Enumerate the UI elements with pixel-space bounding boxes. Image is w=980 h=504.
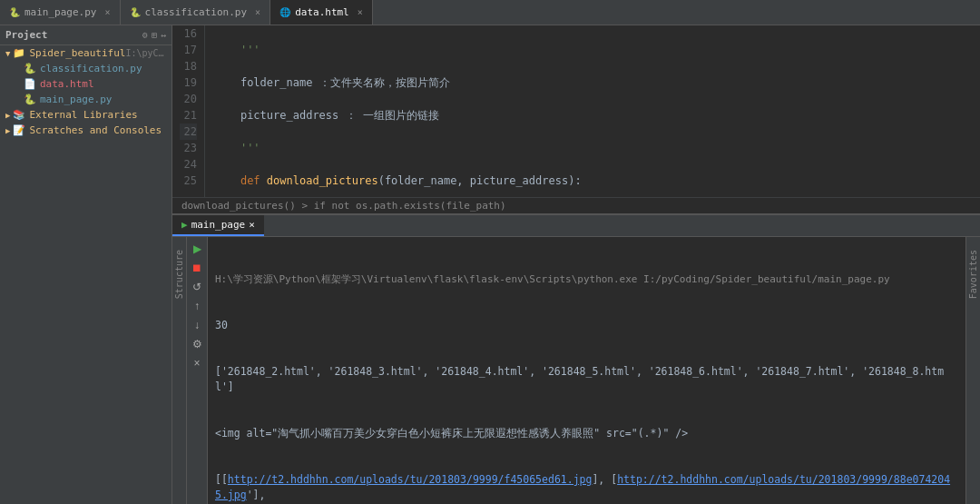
close-run-button[interactable]: × — [189, 355, 205, 371]
editor-area: 16 17 18 19 20 21 22 23 24 25 ''' folder… — [172, 25, 980, 504]
side-tabs: Favorites — [965, 237, 980, 504]
tree-classification[interactable]: 🐍 classification.py — [0, 61, 172, 76]
code-line-16: ''' — [214, 42, 971, 58]
code-editor[interactable]: 16 17 18 19 20 21 22 23 24 25 ''' folder… — [172, 25, 980, 197]
close-tab-data-html[interactable]: × — [358, 7, 363, 17]
breadcrumb: download_pictures() > if not os.path.exi… — [172, 197, 980, 213]
sidebar-icons: ⚙ ⊞ ↔ — [142, 30, 166, 40]
tree-data-html[interactable]: 📄 data.html — [0, 76, 172, 92]
run-tab-main-page[interactable]: ▶ main_page × — [172, 215, 264, 236]
tree-arrow-spider: ▼ — [5, 49, 10, 58]
html-file-icon: 📄 — [24, 78, 36, 90]
close-run-tab[interactable]: × — [249, 219, 255, 231]
settings-icon[interactable]: ⚙ — [142, 30, 148, 40]
run-controls: ▶ ⏹ ↺ ↑ ↓ ⚙ × — [187, 237, 208, 504]
py-icon-2: 🐍 — [130, 7, 141, 17]
run-icon: ▶ — [181, 219, 188, 231]
tree-main-page[interactable]: 🐍 main_page.py — [0, 92, 172, 107]
close-tab-classification[interactable]: × — [255, 7, 260, 17]
tree-arrow-ext: ▶ — [5, 111, 10, 120]
folder-icon: 📁 — [13, 47, 25, 59]
html-icon: 🌐 — [279, 7, 290, 17]
run-panel: ▶ main_page × Structure ▶ ⏹ ↺ ↑ ↓ ⚙ — [172, 213, 980, 504]
py-file-icon-2: 🐍 — [24, 94, 36, 105]
structure-panel: Structure — [172, 237, 187, 504]
line-numbers: 16 17 18 19 20 21 22 23 24 25 — [172, 25, 205, 197]
scroll-up-button[interactable]: ↑ — [189, 298, 205, 314]
settings-run-button[interactable]: ⚙ — [189, 336, 205, 352]
link-f45065ed61[interactable]: http://t2.hddhhn.com/uploads/tu/201803/9… — [228, 473, 593, 486]
project-tree: ▼ 📁 Spider_beautiful I:\pyCoding\Spi... … — [0, 45, 172, 504]
ext-lib-icon: 📚 — [13, 109, 25, 121]
code-line-17: folder_name ：文件夹名称，按图片简介 — [214, 74, 971, 91]
tree-spider-beautiful[interactable]: ▼ 📁 Spider_beautiful I:\pyCoding\Spi... — [0, 45, 172, 61]
resize-icon[interactable]: ↔ — [161, 30, 166, 40]
tab-classification[interactable]: 🐍 classification.py × — [121, 0, 271, 25]
main-layout: Project ⚙ ⊞ ↔ ▼ 📁 Spider_beautiful I:\py… — [0, 25, 980, 504]
project-title: Project — [5, 29, 47, 41]
run-path-line: H:\学习资源\Python\框架学习\Virtualenv\flask\fla… — [215, 272, 958, 287]
editor-tab-bar: 🐍 main_page.py × 🐍 classification.py × 🌐… — [0, 0, 980, 25]
tree-scratches[interactable]: ▶ 📝 Scratches and Consoles — [0, 123, 172, 138]
structure-label: Structure — [174, 250, 184, 299]
sidebar-header: Project ⚙ ⊞ ↔ — [0, 25, 172, 45]
scroll-down-button[interactable]: ↓ — [189, 317, 205, 333]
code-line-19: ''' — [214, 140, 971, 156]
output-links-1a: [[http://t2.hddhhn.com/uploads/tu/201803… — [215, 472, 958, 503]
rerun-button[interactable]: ↺ — [189, 279, 205, 295]
output-list-1: ['261848_2.html', '261848_3.html', '2618… — [215, 364, 958, 395]
scratch-icon: 📝 — [13, 124, 25, 136]
py-file-icon-1: 🐍 — [24, 63, 36, 74]
stop-button[interactable]: ⏹ — [189, 260, 205, 276]
code-line-18: picture_address ： 一组图片的链接 — [214, 107, 971, 124]
tab-data-html[interactable]: 🌐 data.html × — [270, 0, 373, 25]
tree-arrow-scratch: ▶ — [5, 126, 10, 135]
run-output[interactable]: H:\学习资源\Python\框架学习\Virtualenv\flask\fla… — [208, 237, 965, 504]
run-tab-bar: ▶ main_page × — [172, 215, 980, 237]
close-tab-main-page[interactable]: × — [104, 7, 110, 17]
py-icon: 🐍 — [9, 7, 20, 17]
favorites-label[interactable]: Favorites — [968, 250, 978, 299]
tab-main-page[interactable]: 🐍 main_page.py × — [0, 0, 121, 25]
code-text[interactable]: ''' folder_name ：文件夹名称，按图片简介 picture_add… — [205, 25, 980, 197]
code-line-20: def download_pictures(folder_name, pictu… — [214, 173, 971, 189]
expand-icon[interactable]: ⊞ — [152, 30, 157, 40]
output-img-1: <img alt="淘气抓小嘴百万美少女穿白色小短裤床上无限遐想性感诱人养眼照"… — [215, 426, 958, 441]
run-button[interactable]: ▶ — [189, 241, 205, 257]
output-num-30: 30 — [215, 318, 958, 333]
run-layout: Structure ▶ ⏹ ↺ ↑ ↓ ⚙ × H:\学习资源\Python\框… — [172, 237, 980, 504]
tree-external-libraries[interactable]: ▶ 📚 External Libraries — [0, 107, 172, 123]
project-sidebar: Project ⚙ ⊞ ↔ ▼ 📁 Spider_beautiful I:\py… — [0, 25, 172, 504]
